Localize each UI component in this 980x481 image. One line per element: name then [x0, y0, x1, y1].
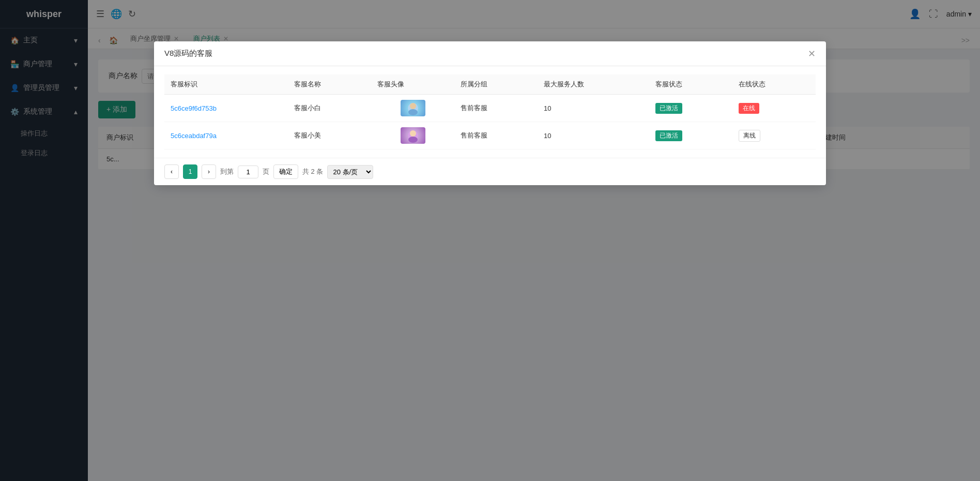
pagination-confirm-btn[interactable]: 确定 — [273, 164, 298, 179]
modal-col-online: 在线状态 — [732, 74, 816, 95]
modal-row-online: 离线 — [732, 122, 816, 149]
content-area: 商户名称 是否激活 全部 已激活 未激活 ▾ 🔍 + 添加 — [88, 49, 980, 481]
modal-overlay[interactable]: V8源码的客服 ✕ 客服标识 客服名称 客服头像 所属分组 最大服务人数 — [88, 49, 980, 481]
modal-col-name: 客服名称 — [288, 74, 371, 95]
svg-point-4 — [410, 130, 416, 137]
status-badge: 已激活 — [655, 103, 682, 114]
pagination-goto-label: 到第 — [220, 167, 234, 176]
pagination-page-1-btn[interactable]: 1 — [183, 164, 197, 179]
pagination-page-label: 页 — [263, 167, 269, 176]
modal-row-avatar — [371, 122, 454, 149]
modal-row-name: 客服小美 — [288, 122, 371, 149]
avatar-image — [401, 100, 425, 116]
modal-header: V8源码的客服 ✕ — [154, 49, 826, 66]
modal-dialog: V8源码的客服 ✕ 客服标识 客服名称 客服头像 所属分组 最大服务人数 — [154, 49, 826, 185]
modal-col-avatar: 客服头像 — [371, 74, 454, 95]
modal-row-group: 售前客服 — [454, 122, 538, 149]
pagination-total-label: 共 2 条 — [302, 167, 323, 176]
pagination-goto-input[interactable] — [238, 166, 258, 178]
svg-point-5 — [408, 137, 418, 143]
online-badge: 在线 — [739, 103, 759, 114]
modal-col-status: 客服状态 — [649, 74, 732, 95]
modal-title: V8源码的客服 — [164, 49, 212, 58]
modal-col-max-service: 最大服务人数 — [538, 74, 649, 95]
modal-row-max-service: 10 — [538, 95, 649, 122]
modal-row-id-link[interactable]: 5c6ceabdaf79a — [171, 132, 217, 140]
svg-point-1 — [410, 103, 416, 109]
online-badge: 离线 — [739, 130, 760, 142]
modal-row-status: 已激活 — [649, 122, 732, 149]
modal-table-header-row: 客服标识 客服名称 客服头像 所属分组 最大服务人数 客服状态 在线状态 — [164, 74, 816, 95]
modal-row-avatar — [371, 95, 454, 122]
modal-col-group: 所属分组 — [454, 74, 538, 95]
modal-row-status: 已激活 — [649, 95, 732, 122]
svg-point-2 — [408, 109, 418, 115]
modal-row-id: 5c6ce9f6d753b — [164, 95, 288, 122]
page-size-select[interactable]: 20 条/页 50 条/页 100 条/页 — [327, 165, 373, 179]
modal-table: 客服标识 客服名称 客服头像 所属分组 最大服务人数 客服状态 在线状态 — [164, 74, 816, 149]
modal-row-id-link[interactable]: 5c6ce9f6d753b — [171, 104, 217, 112]
modal-row-name: 客服小白 — [288, 95, 371, 122]
modal-footer: ‹ 1 › 到第 页 确定 共 2 条 20 条/页 50 条/页 100 条/… — [154, 158, 826, 185]
status-badge: 已激活 — [655, 130, 682, 141]
modal-close-button[interactable]: ✕ — [808, 49, 816, 58]
main-area: ☰ 🌐 ↻ 👤 ⛶ admin ▾ ‹ 🏠 商户坐席管理 ✕ 商户列表 ✕ >> — [88, 0, 980, 481]
modal-table-row: 5c6ce9f6d753b客服小白 售前客服10已激活在线 — [164, 95, 816, 122]
modal-row-online: 在线 — [732, 95, 816, 122]
pagination-next-btn[interactable]: › — [202, 164, 216, 179]
modal-table-row: 5c6ceabdaf79a客服小美 售前客服10已激活离线 — [164, 122, 816, 149]
modal-row-max-service: 10 — [538, 122, 649, 149]
modal-body: 客服标识 客服名称 客服头像 所属分组 最大服务人数 客服状态 在线状态 — [154, 66, 826, 158]
modal-row-group: 售前客服 — [454, 95, 538, 122]
avatar-image — [401, 127, 425, 144]
modal-row-id: 5c6ceabdaf79a — [164, 122, 288, 149]
pagination-prev-btn[interactable]: ‹ — [164, 164, 179, 179]
modal-col-id: 客服标识 — [164, 74, 288, 95]
